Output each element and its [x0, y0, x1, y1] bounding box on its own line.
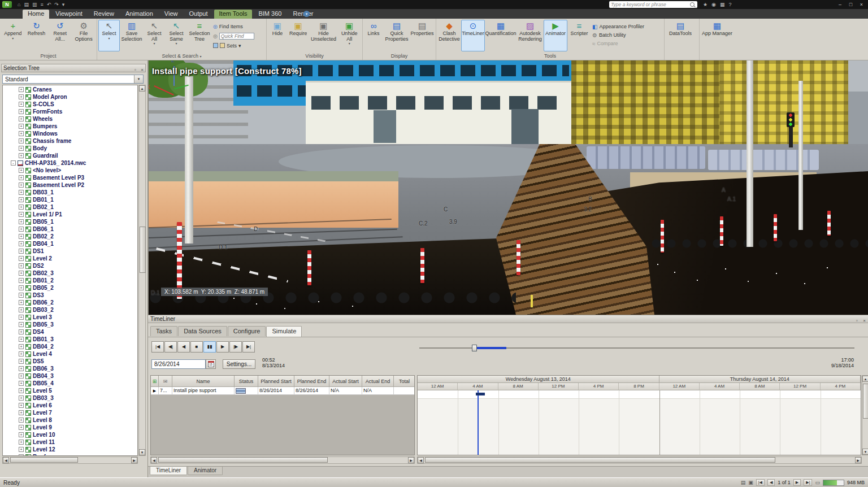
tree-expand-icon[interactable]: +	[19, 403, 24, 408]
scroll-left-button[interactable]: ◀	[418, 457, 424, 463]
3d-viewport[interactable]: LEFT ◉ ✛ ◎ ● Z X X: 103.582 m Y: 20.335 …	[148, 60, 868, 315]
tree-item[interactable]: +Body	[3, 145, 137, 152]
tree-expand-icon[interactable]: +	[19, 256, 24, 261]
tree-expand-icon[interactable]: +	[19, 102, 24, 107]
sheet-icon[interactable]: ▤	[741, 480, 746, 485]
selection-tree-list[interactable]: +Cranes+Model Apron+S-COLS+FormFonts+Whe…	[2, 85, 138, 456]
append-button[interactable]: + Append ▾	[1, 20, 25, 51]
tree-expand-icon[interactable]: +	[19, 182, 24, 188]
tree-expand-icon[interactable]: +	[19, 440, 24, 445]
tree-item[interactable]: +Guardrail	[3, 152, 137, 159]
tree-item[interactable]: +DB06_3	[3, 365, 137, 372]
tree-expand-icon[interactable]: -	[11, 160, 16, 166]
close-icon[interactable]: ×	[863, 318, 866, 323]
scrollbar-thumb[interactable]	[863, 384, 868, 419]
quick-find-input[interactable]: Quick Find	[219, 33, 254, 40]
datatools-button[interactable]: ▤ DataTools	[666, 20, 695, 51]
tree-expand-icon[interactable]: +	[19, 116, 24, 121]
doc-tab-animator[interactable]: Animator	[188, 467, 223, 475]
tree-item[interactable]: +Wheels	[3, 115, 137, 123]
tree-item[interactable]: +DB06_1	[3, 225, 137, 233]
tree-item[interactable]: +DB02_2	[3, 233, 137, 240]
tree-item[interactable]: +DB02_1	[3, 203, 137, 211]
scrollbar-thumb[interactable]	[158, 457, 328, 463]
scroll-right-button[interactable]: ▶	[855, 457, 861, 463]
rewind-button[interactable]: |◀	[151, 341, 164, 353]
close-button[interactable]: ×	[856, 0, 867, 9]
stop-button[interactable]: ■	[190, 341, 203, 353]
require-button[interactable]: ▣ Require	[287, 20, 310, 51]
tab-home[interactable]: Home	[23, 10, 49, 19]
tree-item[interactable]: +Level 6	[3, 402, 137, 409]
links-button[interactable]: ∞ Links	[364, 20, 383, 51]
navisworks-logo-icon[interactable]: N	[2, 1, 12, 8]
step-forward-button[interactable]: |▶	[229, 341, 242, 353]
tree-item[interactable]: +Level 12	[3, 446, 137, 453]
tree-expand-icon[interactable]: +	[19, 351, 24, 356]
tree-item[interactable]: +Level 2	[3, 255, 137, 262]
minimize-button[interactable]: –	[835, 0, 845, 9]
pause-button[interactable]: ▮▮	[203, 341, 216, 353]
file-options-button[interactable]: ⚙ File Options	[72, 20, 96, 51]
tab-overflow-icon[interactable]: ▾	[303, 11, 310, 17]
scrollbar-thumb[interactable]	[425, 457, 775, 463]
tree-mode-dropdown[interactable]: Standard ▾	[2, 75, 144, 84]
tree-vertical-scrollbar[interactable]: ▲ ▼	[138, 85, 146, 456]
scroll-right-button[interactable]: ▶	[131, 457, 137, 463]
appearance-profiler-button[interactable]: ◧ Appearance Profiler	[592, 23, 644, 31]
tree-expand-icon[interactable]: +	[19, 124, 24, 129]
hide-button[interactable]: ▣ Hide	[268, 20, 287, 51]
properties-button[interactable]: ▤ Properties	[410, 20, 434, 51]
gantt-vertical-scrollbar[interactable]: ▲ ▼	[862, 375, 868, 455]
tree-expand-icon[interactable]: +	[19, 87, 24, 92]
tree-item[interactable]: +DS1	[3, 247, 137, 255]
save-selection-button[interactable]: ▥ Save Selection	[120, 20, 144, 51]
favorites-icon[interactable]: ★	[703, 0, 708, 9]
hide-unselected-button[interactable]: ▣ Hide Unselected	[310, 20, 338, 51]
scroll-down-button[interactable]: ▼	[862, 449, 868, 455]
tree-item[interactable]: +DB03_2	[3, 306, 137, 314]
scroll-left-button[interactable]: ◀	[151, 457, 157, 463]
tree-item[interactable]: +DB06_2	[3, 299, 137, 306]
tree-expand-icon[interactable]: +	[19, 381, 24, 386]
tree-item[interactable]: +DB01_2	[3, 277, 137, 284]
settings-button[interactable]: Settings...	[223, 359, 255, 369]
comment-column-header[interactable]: ✉	[159, 376, 172, 387]
batch-utility-button[interactable]: ⚙ Batch Utility	[592, 31, 644, 39]
tree-expand-icon[interactable]: +	[19, 447, 24, 452]
autodesk-rendering-button[interactable]: ▨ Autodesk Rendering	[517, 20, 544, 51]
scroll-down-button[interactable]: ▼	[139, 449, 145, 455]
next-page-button[interactable]: ▶	[793, 479, 801, 486]
scroll-right-button[interactable]: ▶	[408, 457, 414, 463]
scroll-left-button[interactable]: ◀	[3, 457, 9, 463]
close-icon[interactable]: ×	[141, 67, 144, 72]
doc-tab-timeliner[interactable]: TimeLiner	[150, 467, 187, 475]
column-header-status[interactable]: Status	[235, 376, 258, 387]
tree-expand-icon[interactable]: +	[19, 300, 24, 305]
column-header-planned-end[interactable]: Planned End	[294, 376, 329, 387]
tree-item[interactable]: +DS5	[3, 358, 137, 365]
tree-item[interactable]: +DB05_1	[3, 218, 137, 225]
tree-expand-icon[interactable]: +	[19, 373, 24, 379]
tree-expand-icon[interactable]: +	[19, 227, 24, 232]
tree-item[interactable]: -CHH-AP316_ 2014.nwc	[3, 159, 137, 167]
tree-item[interactable]: +DB05_2	[3, 284, 137, 292]
tree-expand-icon[interactable]: +	[19, 168, 24, 173]
tree-expand-icon[interactable]: +	[19, 395, 24, 401]
step-back-button[interactable]: ◀|	[164, 341, 177, 353]
tree-expand-icon[interactable]: +	[19, 285, 24, 290]
play-button[interactable]: ▶	[216, 341, 229, 353]
tab-review[interactable]: Review	[89, 10, 119, 19]
tree-expand-icon[interactable]: +	[19, 432, 24, 437]
tree-item[interactable]: +Level 8	[3, 416, 137, 424]
tree-expand-icon[interactable]: +	[19, 329, 24, 334]
tree-item[interactable]: +Level 3	[3, 314, 137, 321]
tree-item[interactable]: +Basement Level P3	[3, 174, 137, 181]
save-icon[interactable]: ▥	[32, 0, 37, 9]
simulation-date-input[interactable]: 8/26/2014	[151, 359, 206, 369]
refresh-button[interactable]: ↻ Refresh	[25, 20, 49, 51]
tree-expand-icon[interactable]: +	[19, 454, 24, 456]
tree-expand-icon[interactable]: +	[19, 366, 24, 371]
slider-handle[interactable]	[472, 345, 477, 351]
tree-expand-icon[interactable]: +	[19, 219, 24, 224]
